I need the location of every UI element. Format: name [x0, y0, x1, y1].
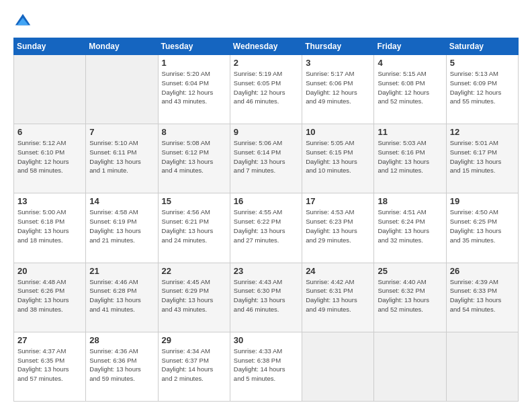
calendar-cell: 27Sunrise: 4:37 AM Sunset: 6:35 PM Dayli… [14, 332, 86, 401]
calendar-cell [374, 332, 446, 401]
day-number: 22 [162, 266, 226, 276]
day-number: 17 [306, 196, 370, 206]
day-number: 30 [234, 335, 298, 345]
day-number: 19 [450, 196, 515, 206]
cell-info: Sunrise: 4:56 AM Sunset: 6:21 PM Dayligh… [162, 208, 226, 244]
calendar-cell: 21Sunrise: 4:46 AM Sunset: 6:28 PM Dayli… [86, 263, 158, 332]
calendar-cell: 8Sunrise: 5:08 AM Sunset: 6:12 PM Daylig… [158, 124, 230, 193]
cell-info: Sunrise: 5:15 AM Sunset: 6:08 PM Dayligh… [378, 69, 442, 106]
cell-info: Sunrise: 4:51 AM Sunset: 6:24 PM Dayligh… [378, 208, 442, 244]
calendar-cell: 18Sunrise: 4:51 AM Sunset: 6:24 PM Dayli… [374, 193, 446, 263]
day-number: 2 [234, 58, 298, 68]
logo-icon [13, 12, 32, 31]
cell-info: Sunrise: 5:13 AM Sunset: 6:09 PM Dayligh… [450, 69, 515, 106]
day-number: 21 [89, 266, 154, 276]
cell-info: Sunrise: 4:34 AM Sunset: 6:37 PM Dayligh… [162, 347, 226, 383]
calendar-cell: 12Sunrise: 5:01 AM Sunset: 6:17 PM Dayli… [446, 124, 518, 193]
calendar-header-row: SundayMondayTuesdayWednesdayThursdayFrid… [14, 38, 519, 55]
calendar-cell: 1Sunrise: 5:20 AM Sunset: 6:04 PM Daylig… [158, 55, 230, 124]
cell-info: Sunrise: 4:45 AM Sunset: 6:29 PM Dayligh… [162, 277, 226, 314]
day-header-thursday: Thursday [302, 38, 374, 55]
cell-info: Sunrise: 4:37 AM Sunset: 6:35 PM Dayligh… [17, 347, 82, 383]
cell-info: Sunrise: 4:48 AM Sunset: 6:26 PM Dayligh… [17, 277, 82, 314]
day-number: 1 [162, 58, 226, 68]
day-header-tuesday: Tuesday [158, 38, 230, 55]
calendar-cell: 5Sunrise: 5:13 AM Sunset: 6:09 PM Daylig… [446, 55, 518, 124]
day-header-monday: Monday [86, 38, 158, 55]
day-number: 27 [17, 335, 82, 345]
cell-info: Sunrise: 5:08 AM Sunset: 6:12 PM Dayligh… [162, 138, 226, 175]
calendar-cell: 25Sunrise: 4:40 AM Sunset: 6:32 PM Dayli… [374, 263, 446, 332]
calendar-cell [14, 55, 86, 124]
day-header-sunday: Sunday [14, 38, 86, 55]
day-number: 16 [234, 196, 298, 206]
day-header-wednesday: Wednesday [230, 38, 302, 55]
calendar-cell [446, 332, 518, 401]
logo [13, 12, 36, 31]
cell-info: Sunrise: 5:12 AM Sunset: 6:10 PM Dayligh… [17, 138, 82, 175]
calendar-cell: 24Sunrise: 4:42 AM Sunset: 6:31 PM Dayli… [302, 263, 374, 332]
cell-info: Sunrise: 5:05 AM Sunset: 6:15 PM Dayligh… [306, 138, 370, 175]
day-number: 23 [234, 266, 298, 276]
day-number: 4 [378, 58, 442, 68]
calendar-cell: 16Sunrise: 4:55 AM Sunset: 6:22 PM Dayli… [230, 193, 302, 263]
day-number: 3 [306, 58, 370, 68]
calendar-cell: 29Sunrise: 4:34 AM Sunset: 6:37 PM Dayli… [158, 332, 230, 401]
cell-info: Sunrise: 4:55 AM Sunset: 6:22 PM Dayligh… [234, 208, 298, 244]
day-number: 14 [89, 196, 154, 206]
day-number: 12 [450, 127, 515, 137]
calendar-cell: 28Sunrise: 4:36 AM Sunset: 6:36 PM Dayli… [86, 332, 158, 401]
calendar-cell: 19Sunrise: 4:50 AM Sunset: 6:25 PM Dayli… [446, 193, 518, 263]
day-number: 18 [378, 196, 442, 206]
day-header-saturday: Saturday [446, 38, 518, 55]
day-number: 25 [378, 266, 442, 276]
day-number: 5 [450, 58, 515, 68]
cell-info: Sunrise: 5:19 AM Sunset: 6:05 PM Dayligh… [234, 69, 298, 106]
day-number: 26 [450, 266, 515, 276]
calendar-cell: 4Sunrise: 5:15 AM Sunset: 6:08 PM Daylig… [374, 55, 446, 124]
day-number: 10 [306, 127, 370, 137]
day-number: 8 [162, 127, 226, 137]
calendar-cell: 15Sunrise: 4:56 AM Sunset: 6:21 PM Dayli… [158, 193, 230, 263]
cell-info: Sunrise: 5:20 AM Sunset: 6:04 PM Dayligh… [162, 69, 226, 106]
calendar-cell: 14Sunrise: 4:58 AM Sunset: 6:19 PM Dayli… [86, 193, 158, 263]
calendar-week-row: 20Sunrise: 4:48 AM Sunset: 6:26 PM Dayli… [14, 263, 519, 332]
calendar-week-row: 1Sunrise: 5:20 AM Sunset: 6:04 PM Daylig… [14, 55, 519, 124]
header [13, 12, 519, 31]
calendar-week-row: 6Sunrise: 5:12 AM Sunset: 6:10 PM Daylig… [14, 124, 519, 193]
day-number: 29 [162, 335, 226, 345]
cell-info: Sunrise: 4:50 AM Sunset: 6:25 PM Dayligh… [450, 208, 515, 244]
cell-info: Sunrise: 4:36 AM Sunset: 6:36 PM Dayligh… [89, 347, 154, 383]
day-number: 28 [89, 335, 154, 345]
day-number: 11 [378, 127, 442, 137]
cell-info: Sunrise: 4:43 AM Sunset: 6:30 PM Dayligh… [234, 277, 298, 314]
calendar-week-row: 27Sunrise: 4:37 AM Sunset: 6:35 PM Dayli… [14, 332, 519, 401]
cell-info: Sunrise: 4:46 AM Sunset: 6:28 PM Dayligh… [89, 277, 154, 314]
cell-info: Sunrise: 5:17 AM Sunset: 6:06 PM Dayligh… [306, 69, 370, 106]
calendar-cell [86, 55, 158, 124]
day-number: 7 [89, 127, 154, 137]
calendar-cell: 20Sunrise: 4:48 AM Sunset: 6:26 PM Dayli… [14, 263, 86, 332]
cell-info: Sunrise: 4:39 AM Sunset: 6:33 PM Dayligh… [450, 277, 515, 314]
day-number: 24 [306, 266, 370, 276]
calendar-cell [302, 332, 374, 401]
calendar-cell: 7Sunrise: 5:10 AM Sunset: 6:11 PM Daylig… [86, 124, 158, 193]
day-number: 13 [17, 196, 82, 206]
day-number: 20 [17, 266, 82, 276]
cell-info: Sunrise: 5:10 AM Sunset: 6:11 PM Dayligh… [89, 138, 154, 175]
day-header-friday: Friday [374, 38, 446, 55]
cell-info: Sunrise: 5:00 AM Sunset: 6:18 PM Dayligh… [17, 208, 82, 244]
calendar-week-row: 13Sunrise: 5:00 AM Sunset: 6:18 PM Dayli… [14, 193, 519, 263]
calendar-cell: 11Sunrise: 5:03 AM Sunset: 6:16 PM Dayli… [374, 124, 446, 193]
calendar-table: SundayMondayTuesdayWednesdayThursdayFrid… [13, 38, 519, 402]
calendar-cell: 2Sunrise: 5:19 AM Sunset: 6:05 PM Daylig… [230, 55, 302, 124]
cell-info: Sunrise: 4:40 AM Sunset: 6:32 PM Dayligh… [378, 277, 442, 314]
page: SundayMondayTuesdayWednesdayThursdayFrid… [0, 0, 532, 411]
calendar-cell: 6Sunrise: 5:12 AM Sunset: 6:10 PM Daylig… [14, 124, 86, 193]
cell-info: Sunrise: 4:42 AM Sunset: 6:31 PM Dayligh… [306, 277, 370, 314]
calendar-cell: 22Sunrise: 4:45 AM Sunset: 6:29 PM Dayli… [158, 263, 230, 332]
calendar-cell: 26Sunrise: 4:39 AM Sunset: 6:33 PM Dayli… [446, 263, 518, 332]
calendar-cell: 10Sunrise: 5:05 AM Sunset: 6:15 PM Dayli… [302, 124, 374, 193]
cell-info: Sunrise: 4:33 AM Sunset: 6:38 PM Dayligh… [234, 347, 298, 383]
cell-info: Sunrise: 4:53 AM Sunset: 6:23 PM Dayligh… [306, 208, 370, 244]
